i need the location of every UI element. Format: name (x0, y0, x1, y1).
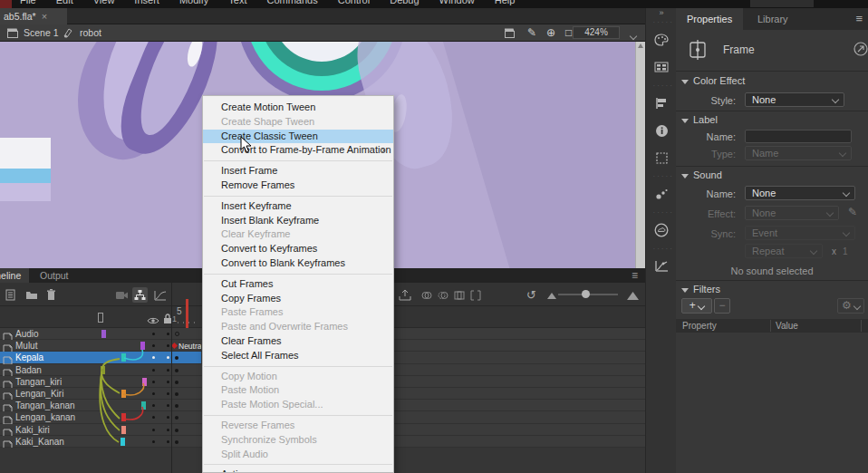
filter-options-button[interactable]: ⚙ (837, 298, 864, 314)
layer-name[interactable]: Kaki_Kanan (15, 437, 64, 447)
keyframe-diamond[interactable] (171, 343, 178, 349)
clip-outside-stage-icon[interactable]: □ (565, 26, 572, 39)
scroll-up-icon[interactable] (638, 43, 643, 48)
menu-window[interactable]: Window (439, 0, 475, 5)
keyframe-dot[interactable] (175, 404, 178, 408)
tab-output[interactable]: Output (31, 268, 78, 283)
layer-name[interactable]: Kaki_kiri (15, 425, 50, 435)
layer-visibility-dot[interactable] (152, 392, 155, 395)
layer-parent-swatch[interactable] (101, 366, 105, 374)
stage-zoom-select[interactable]: 424% (573, 26, 620, 39)
empty-keyframe[interactable] (175, 332, 179, 336)
layer-visibility-dot[interactable] (152, 369, 155, 372)
layer-visibility-dot[interactable] (152, 333, 155, 335)
layer-lock-dot[interactable] (167, 333, 169, 335)
camera-icon[interactable] (114, 287, 130, 303)
label-name-input[interactable] (745, 130, 852, 143)
tab-timeline[interactable]: Timeline (0, 268, 29, 283)
layer-parenting-icon[interactable] (132, 287, 148, 303)
menu-view[interactable]: View (93, 0, 115, 5)
keyframe-dot[interactable] (175, 381, 178, 384)
layer-visibility-dot[interactable] (152, 356, 155, 359)
center-frame-icon[interactable]: ⊕ (546, 26, 555, 39)
onion-skin-icon[interactable] (419, 287, 434, 303)
playhead[interactable] (186, 299, 188, 328)
menu-file[interactable]: File (20, 0, 36, 5)
close-tab-icon[interactable]: × (42, 11, 47, 22)
timeline-menu-icon[interactable]: ≡ (632, 269, 638, 282)
motion-editor-panel-icon[interactable] (646, 253, 677, 280)
keyframe-dot[interactable] (175, 416, 178, 420)
layer-lock-dot[interactable] (167, 369, 169, 372)
layer-visibility-dot[interactable] (152, 381, 155, 383)
visibility-column-eye-icon[interactable] (147, 313, 159, 329)
layer-name[interactable]: Mulut (15, 341, 37, 351)
remove-frames-menu-item[interactable]: Remove Frames (203, 179, 393, 193)
keyframe-dot[interactable] (175, 392, 178, 396)
tab-properties[interactable]: Properties (676, 8, 743, 30)
select-all-frames-menu-item[interactable]: Select All Frames (203, 349, 393, 363)
creative-cloud-icon[interactable] (646, 217, 677, 244)
menu-insert[interactable]: Insert (134, 0, 159, 5)
onion-skin-outline-icon[interactable] (435, 287, 450, 303)
layer-lock-dot[interactable] (167, 392, 169, 395)
layer-visibility-dot[interactable] (152, 344, 155, 347)
layer-name[interactable]: Tangan_kiri (15, 377, 62, 387)
menu-modify[interactable]: Modify (179, 0, 208, 5)
layer-parent-swatch[interactable] (121, 426, 126, 434)
menu-control[interactable]: Control (338, 0, 370, 5)
keyframe-dot[interactable] (175, 356, 178, 360)
layer-lock-dot[interactable] (167, 404, 169, 407)
new-layer-icon[interactable] (4, 287, 19, 303)
modify-markers-icon[interactable] (468, 287, 483, 303)
align-panel-icon[interactable] (646, 90, 677, 117)
section-sound[interactable]: Sound (681, 169, 722, 180)
layer-name[interactable]: Kepala (15, 352, 43, 362)
layer-name[interactable]: Badan (15, 365, 42, 375)
layer-lock-dot[interactable] (167, 356, 169, 359)
export-frame-icon[interactable] (397, 287, 412, 303)
insert-frame-menu-item[interactable]: Insert Frame (203, 164, 393, 179)
layer-lock-dot[interactable] (167, 381, 169, 383)
layer-lock-dot[interactable] (167, 344, 169, 347)
section-label[interactable]: Label (681, 114, 718, 125)
layer-name[interactable]: Audio (15, 329, 39, 339)
layer-name[interactable]: Lengan_kanan (15, 412, 75, 422)
stage-vertical-scrollbar[interactable] (635, 42, 645, 268)
delete-layer-icon[interactable] (43, 287, 59, 303)
zoom-out-timeline-icon[interactable] (544, 287, 559, 303)
breadcrumb-scene[interactable]: Scene 1 (24, 27, 59, 38)
layer-parent-swatch[interactable] (121, 438, 125, 446)
layer-parent-swatch[interactable] (121, 390, 126, 398)
zoom-in-timeline-icon[interactable] (625, 287, 641, 303)
layer-visibility-dot[interactable] (152, 404, 155, 407)
menu-debug[interactable]: Debug (390, 0, 419, 5)
workspace-switcher[interactable] (750, 0, 814, 7)
create-classic-tween-menu-item[interactable]: Create Classic Tween (203, 130, 393, 144)
info-panel-icon[interactable] (646, 117, 677, 144)
convert-to-blank-keyframes-menu-item[interactable]: Convert to Blank Keyframes (203, 256, 393, 271)
add-filter-button[interactable]: + (681, 298, 712, 314)
convert-to-frame-by-frame-animation-menu-item[interactable]: Convert to Frame-by-Frame Animation› (203, 143, 393, 158)
tab-library[interactable]: Library (747, 8, 799, 30)
new-folder-icon[interactable] (24, 287, 39, 303)
zoom-chevron-icon[interactable] (631, 30, 636, 41)
layer-name[interactable]: Tangan_kanan (15, 401, 75, 410)
layer-lock-dot[interactable] (167, 429, 169, 431)
menu-commands[interactable]: Commands (266, 0, 317, 5)
keyframe-dot[interactable] (175, 429, 178, 432)
create-motion-tween-menu-item[interactable]: Create Motion Tween (203, 101, 393, 115)
layer-parent-swatch[interactable] (101, 330, 106, 338)
section-filters[interactable]: Filters (681, 284, 720, 294)
insert-blank-keyframe-menu-item[interactable]: Insert Blank Keyframe (203, 214, 393, 228)
section-color-effect[interactable]: Color Effect (681, 75, 745, 86)
layer-visibility-dot[interactable] (152, 440, 155, 443)
breadcrumb-symbol[interactable]: robot (80, 27, 101, 38)
edit-symbols-icon[interactable]: ✎ (527, 26, 536, 39)
menu-edit[interactable]: Edit (56, 0, 73, 5)
remove-filter-button[interactable]: − (714, 298, 730, 314)
convert-to-keyframes-menu-item[interactable]: Convert to Keyframes (203, 242, 393, 256)
layer-parent-swatch[interactable] (141, 401, 146, 410)
frames-panel-icon[interactable] (646, 53, 677, 81)
sound-name-dropdown[interactable]: None (745, 186, 855, 200)
